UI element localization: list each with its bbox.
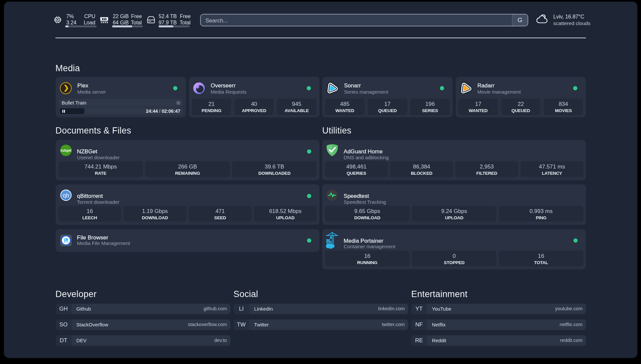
svg-text:qb: qb — [63, 192, 69, 199]
svg-text:nzbget: nzbget — [60, 148, 71, 152]
